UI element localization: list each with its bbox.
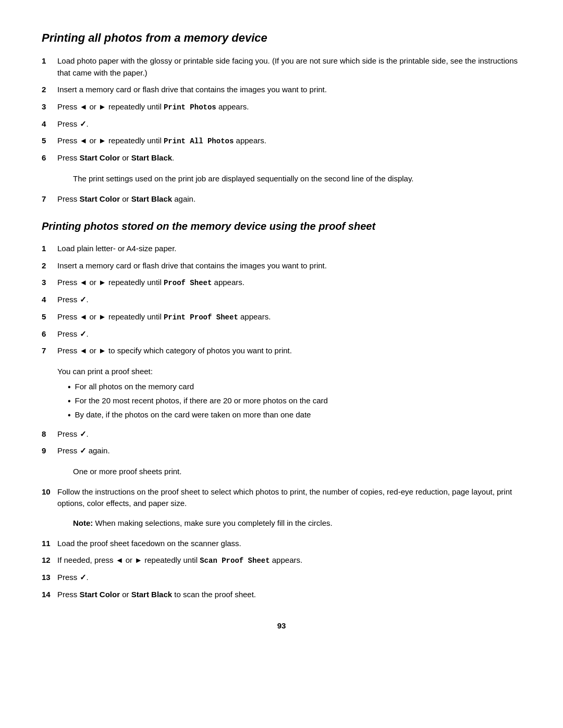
step-number: 7	[42, 345, 57, 357]
list-item: 5 Press ◄ or ► repeatedly until Print Pr…	[42, 311, 521, 323]
step-content: Load plain letter- or A4-size paper.	[57, 243, 521, 255]
list-item: 12 If needed, press ◄ or ► repeatedly un…	[42, 554, 521, 566]
list-item: 3 Press ◄ or ► repeatedly until Proof Sh…	[42, 277, 521, 289]
step-number	[42, 169, 57, 188]
step-content: Insert a memory card or flash drive that…	[57, 260, 521, 272]
bullet-list: For all photos on the memory card For th…	[68, 381, 521, 422]
step-indent: One or more proof sheets print.	[73, 465, 521, 478]
list-item: 2 Insert a memory card or flash drive th…	[42, 260, 521, 272]
step-number: 7	[42, 193, 57, 205]
list-item: 9 Press ✓ again.	[42, 445, 521, 457]
note-block: Note: When making selections, make sure …	[73, 517, 521, 529]
list-item: 11 Load the proof sheet facedown on the …	[42, 538, 521, 550]
bullet-item: For the 20 most recent photos, if there …	[68, 395, 521, 408]
list-item: One or more proof sheets print.	[42, 462, 521, 481]
list-item: You can print a proof sheet: For all pho…	[42, 362, 521, 423]
list-item: 1 Load plain letter- or A4-size paper.	[42, 243, 521, 255]
step-content: Press Start Color or Start Black.	[57, 152, 521, 164]
bullet-item: By date, if the photos on the card were …	[68, 409, 521, 422]
list-item: 5 Press ◄ or ► repeatedly until Print Al…	[42, 135, 521, 147]
step-number: 8	[42, 428, 57, 440]
step-number: 3	[42, 277, 57, 289]
list-item: Note: When making selections, make sure …	[42, 515, 521, 533]
step-number: 9	[42, 445, 57, 457]
step-content: Load the proof sheet facedown on the sca…	[57, 538, 521, 550]
section2-title: Printing photos stored on the memory dev…	[42, 220, 521, 232]
step-content: Press ✓.	[57, 428, 521, 440]
step-number: 5	[42, 311, 57, 323]
step-number: 4	[42, 118, 57, 130]
list-item: 4 Press ✓.	[42, 294, 521, 306]
step-number: 1	[42, 55, 57, 79]
bullet-item: For all photos on the memory card	[68, 381, 521, 393]
step-content: Press ✓.	[57, 294, 521, 306]
list-item: 3 Press ◄ or ► repeatedly until Print Ph…	[42, 101, 521, 113]
step-content: Press ◄ or ► repeatedly until Proof Shee…	[57, 277, 521, 289]
list-item: 6 Press ✓.	[42, 328, 521, 340]
step-content: Press ◄ or ► repeatedly until Print All …	[57, 135, 521, 147]
step-number: 5	[42, 135, 57, 147]
list-item: 14 Press Start Color or Start Black to s…	[42, 589, 521, 601]
section1-list: 1 Load photo paper with the glossy or pr…	[42, 55, 521, 205]
step-number	[42, 462, 57, 481]
step-content: Press Start Color or Start Black to scan…	[57, 589, 521, 601]
step-indent: You can print a proof sheet: For all pho…	[57, 362, 521, 423]
step-number: 6	[42, 152, 57, 164]
step-content: Press ◄ or ► repeatedly until Print Proo…	[57, 311, 521, 323]
step-number	[42, 515, 57, 533]
step-content: Press ✓.	[57, 118, 521, 130]
step-content: Insert a memory card or flash drive that…	[57, 84, 521, 96]
step-content: Load photo paper with the glossy or prin…	[57, 55, 521, 79]
list-item: 13 Press ✓.	[42, 572, 521, 584]
step-content: Press ◄ or ► repeatedly until Print Phot…	[57, 101, 521, 113]
step-number: 3	[42, 101, 57, 113]
list-item: 8 Press ✓.	[42, 428, 521, 440]
step-content: Press ✓ again.	[57, 445, 521, 457]
step-number: 6	[42, 328, 57, 340]
step-number: 10	[42, 486, 57, 510]
step-number: 11	[42, 538, 57, 550]
step-number: 2	[42, 84, 57, 96]
list-item: 1 Load photo paper with the glossy or pr…	[42, 55, 521, 79]
list-item: 7 Press Start Color or Start Black again…	[42, 193, 521, 205]
step-number: 12	[42, 554, 57, 566]
step-number: 4	[42, 294, 57, 306]
note-label: Note:	[73, 519, 93, 527]
list-item: 2 Insert a memory card or flash drive th…	[42, 84, 521, 96]
step-number: 14	[42, 589, 57, 601]
step-number: 13	[42, 572, 57, 584]
list-item: 6 Press Start Color or Start Black.	[42, 152, 521, 164]
step-content: Press ✓.	[57, 572, 521, 584]
step-content: Press ✓.	[57, 328, 521, 340]
step-content: Follow the instructions on the proof she…	[57, 486, 521, 510]
list-item: 10 Follow the instructions on the proof …	[42, 486, 521, 510]
page-number: 93	[42, 621, 521, 630]
section2-list: 1 Load plain letter- or A4-size paper. 2…	[42, 243, 521, 600]
step-content: Press Start Color or Start Black again.	[57, 193, 521, 205]
step-number	[42, 362, 57, 423]
step-indent: The print settings used on the print job…	[73, 172, 521, 185]
section1-title: Printing all photos from a memory device	[42, 31, 521, 45]
step-number: 2	[42, 260, 57, 272]
list-item: 7 Press ◄ or ► to specify which category…	[42, 345, 521, 357]
list-item: 4 Press ✓.	[42, 118, 521, 130]
list-item: The print settings used on the print job…	[42, 169, 521, 188]
step-content: Press ◄ or ► to specify which category o…	[57, 345, 521, 357]
step-content: If needed, press ◄ or ► repeatedly until…	[57, 554, 521, 566]
step-number: 1	[42, 243, 57, 255]
